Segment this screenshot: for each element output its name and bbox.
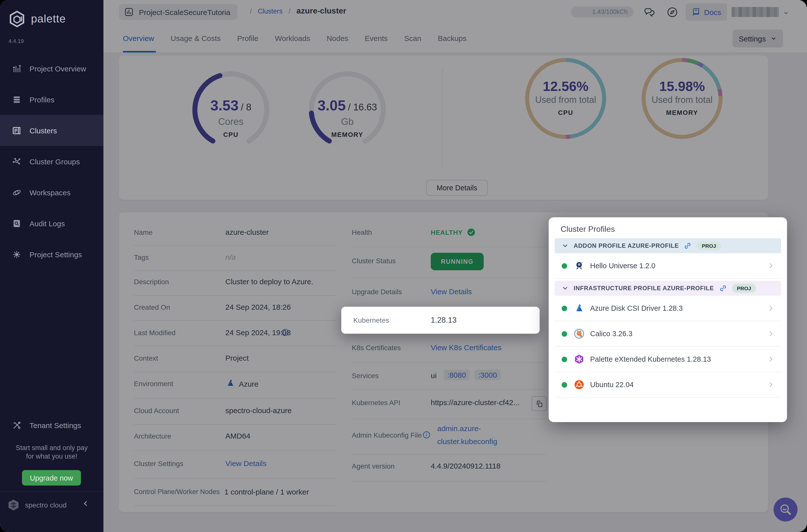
upgrade-now-button[interactable]: Upgrade now: [22, 470, 81, 486]
chevron-right-icon: [767, 381, 775, 388]
sidebar: palette 4.4.19 Project Overview Profiles…: [0, 0, 104, 532]
k8s-certificates-link[interactable]: View K8s Certificates: [431, 343, 502, 352]
brand: palette: [8, 10, 66, 28]
kubernetes-api-label: Kubernetes API: [352, 399, 400, 406]
server-list-icon: [12, 126, 21, 135]
memory-donut: 15.98% Used from total MEMORY: [640, 56, 725, 141]
azure-logo-icon: [225, 378, 236, 388]
calico-icon: [573, 328, 585, 340]
search-smile-icon: [778, 502, 792, 516]
sidebar-collapse-icon[interactable]: [81, 499, 90, 508]
cluster-settings-link[interactable]: View Details: [225, 459, 267, 468]
created-on-value: 24 Sep 2024, 18:26: [225, 303, 291, 311]
tab-nodes[interactable]: Nodes: [326, 34, 348, 42]
sidebar-item-tenant-settings[interactable]: Tenant Settings: [0, 410, 115, 441]
tabs: Overview Usage & Costs Profile Workloads…: [123, 24, 467, 53]
docs-button[interactable]: Docs: [686, 3, 727, 20]
sidebar-item-audit-logs[interactable]: Audit Logs: [0, 208, 104, 239]
memory-donut-label: Used from total: [640, 95, 725, 106]
profile-item-azure-disk-csi[interactable]: Azure Disk CSI Driver 1.28.3: [555, 296, 781, 321]
name-value: azure-cluster: [225, 228, 268, 236]
service-port-8080-link[interactable]: :8080: [444, 370, 469, 380]
cpu-gauge-value: 3.53: [210, 97, 239, 113]
settings-button[interactable]: Settings: [733, 30, 783, 48]
search-assistant-fab[interactable]: [773, 497, 797, 521]
network-nodes-icon: [12, 157, 21, 166]
chat-icon[interactable]: [643, 6, 656, 18]
caret-down-icon[interactable]: [783, 10, 789, 16]
copy-icon[interactable]: [532, 396, 547, 411]
health-value-wrap: HEALTHY: [431, 228, 476, 237]
addon-profile-header[interactable]: ADDON PROFILE AZURE-PROFILE PROJ: [555, 238, 781, 253]
tab-overview[interactable]: Overview: [123, 34, 154, 42]
sidebar-item-label: Tenant Settings: [30, 421, 81, 429]
profile-item-palette-extended-kubernetes[interactable]: Palette eXtended Kubernetes 1.28.13: [555, 347, 781, 372]
proj-scope-badge: PROJ: [697, 241, 721, 250]
upgrade-promo-text: Start small and only pay for what you us…: [0, 443, 104, 460]
profile-item-hello-universe[interactable]: Hello Universe 1.2.0: [555, 253, 781, 279]
cpu-gauge-unit: Cores: [188, 116, 273, 127]
agent-version-value: 4.4.9/20240912.1118: [431, 461, 501, 470]
profile-item-calico[interactable]: Calico 3.26.3: [555, 321, 781, 347]
kubeconfig-link-line1[interactable]: admin.azure-: [437, 424, 481, 433]
more-details-button[interactable]: More Details: [426, 180, 488, 196]
usage-card: 3.53 / 8 Cores CPU 3.05 / 16.63 Gb MEMOR…: [119, 55, 768, 200]
sidebar-item-project-settings[interactable]: Project Settings: [0, 239, 104, 270]
tab-backups[interactable]: Backups: [438, 34, 467, 42]
sidebar-item-project-overview[interactable]: Project Overview: [0, 53, 104, 84]
sidebar-item-label: Workspaces: [30, 188, 71, 196]
kubernetes-spotlight-card[interactable]: Kubernetes 1.28.13: [341, 307, 540, 334]
app-version: 4.4.19: [8, 38, 24, 44]
cluster-settings-label: Cluster Settings: [134, 460, 183, 468]
chevron-down-icon: [562, 285, 569, 292]
created-on-label: Created On: [134, 303, 170, 311]
breadcrumb-cluster-name: azure-cluster: [297, 6, 346, 16]
cpu-donut: 12.56% Used from total CPU: [523, 56, 608, 141]
sidebar-item-clusters[interactable]: Clusters: [0, 115, 104, 146]
healthy-check-icon: [467, 228, 476, 237]
agent-version-label: Agent version: [352, 462, 394, 470]
breadcrumb-project-pill[interactable]: Project-ScaleSecureTutoria: [119, 4, 237, 20]
sidebar-item-label: Profiles: [30, 95, 54, 104]
profile-item-ubuntu[interactable]: Ubuntu 22.04: [555, 372, 781, 398]
kubeconfig-label: Admin Kubeconfig File: [352, 431, 422, 439]
cpu-gauge-caption: CPU: [188, 131, 273, 138]
tab-profile[interactable]: Profile: [237, 34, 258, 42]
user-account-redacted[interactable]: [732, 7, 779, 17]
profile-item-name: Calico 3.26.3: [590, 330, 632, 338]
kubeconfig-link-line2[interactable]: cluster.kubeconfig: [437, 437, 497, 445]
project-chart-icon: [124, 7, 134, 17]
sidebar-item-profiles[interactable]: Profiles: [0, 84, 104, 115]
sidebar-footer-divider: [0, 492, 104, 492]
sidebar-item-workspaces[interactable]: Workspaces: [0, 177, 104, 208]
breadcrumb-clusters-link[interactable]: Clusters: [258, 7, 283, 15]
gear-icon: [12, 249, 21, 259]
upgrade-details-label: Upgrade Details: [352, 288, 402, 296]
tools-icon: [12, 420, 21, 430]
info-icon[interactable]: [281, 328, 289, 337]
upgrade-details-link[interactable]: View Details: [431, 287, 472, 296]
tab-scan[interactable]: Scan: [404, 34, 421, 42]
info-icon[interactable]: [422, 431, 431, 439]
infrastructure-profile-header[interactable]: INFRASTRUCTURE PROFILE AZURE-PROFILE PRO…: [555, 281, 781, 296]
sidebar-item-label: Clusters: [30, 126, 57, 135]
app-window: palette 4.4.19 Project Overview Profiles…: [0, 0, 807, 532]
usage-quota-text: 1.43/100kCh: [592, 8, 627, 16]
sidebar-item-cluster-groups[interactable]: Cluster Groups: [0, 146, 104, 177]
compass-icon[interactable]: [666, 6, 679, 18]
context-value: Project: [225, 354, 249, 362]
description-label: Description: [134, 278, 169, 286]
memory-donut-caption: MEMORY: [640, 109, 725, 116]
tab-events[interactable]: Events: [365, 34, 388, 42]
service-port-3000-link[interactable]: :3000: [475, 370, 501, 380]
layers-icon: [12, 95, 21, 104]
status-dot: [562, 263, 567, 268]
chevron-down-icon: [770, 35, 777, 42]
tab-bar: Overview Usage & Costs Profile Workloads…: [104, 24, 807, 53]
last-modified-label: Last Modified: [134, 329, 176, 337]
brand-name: palette: [31, 13, 66, 25]
breadcrumb-project-name: Project-ScaleSecureTutoria: [139, 8, 230, 16]
sidebar-footer: spectro cloud: [7, 498, 67, 512]
tab-workloads[interactable]: Workloads: [275, 34, 310, 42]
tab-usage-costs[interactable]: Usage & Costs: [171, 34, 221, 42]
